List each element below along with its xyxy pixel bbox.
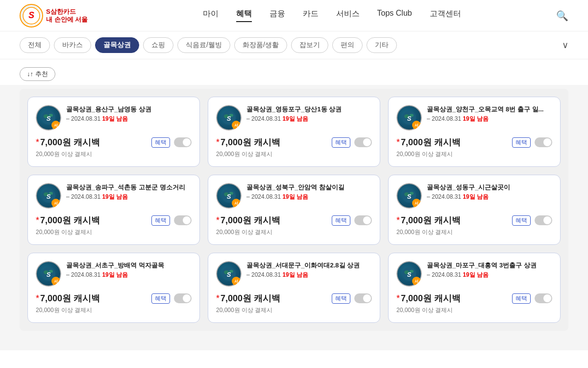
card-date-remaining: 19일 남음 <box>463 271 489 278</box>
card-title: 골목상권_서초구_방배역 먹자골목 <box>66 261 192 270</box>
cat-info[interactable]: 잡보기 <box>291 37 328 53</box>
card-title: 골목상권_성북구_안암역 참살이길 <box>246 183 372 192</box>
nav-finance[interactable]: 금융 <box>270 9 285 22</box>
cat-all[interactable]: 전체 <box>20 37 50 53</box>
benefit-card[interactable]: S 서 골목상권_성동구_시근살곳이 – 2024.08.31 19일 남음 *… <box>388 175 561 245</box>
cat-shopping[interactable]: 쇼핑 <box>143 37 173 53</box>
sort-button[interactable]: ↓↑ 추천 <box>20 67 55 81</box>
card-cashback-row: *7,000원 캐시백 혜택 <box>396 136 552 148</box>
card-title: 골목상권_양천구_오목교역 8번 출구 일... <box>427 105 552 114</box>
card-cashback: *7,000원 캐시백 <box>36 136 100 148</box>
benefit-label: 혜택 <box>332 293 350 304</box>
card-body: *7,000원 캐시백 혜택 20,000원 이상 결제시 <box>216 136 372 158</box>
card-body: *7,000원 캐시백 혜택 20,000원 이상 결제시 <box>216 292 372 315</box>
toggle-switch[interactable] <box>174 293 192 303</box>
card-logo-inner: S 서 <box>36 183 61 209</box>
nav-customer[interactable]: 고객센터 <box>430 9 461 22</box>
benefit-label: 혜택 <box>151 215 170 226</box>
grid-container: S 서 골목상권_용산구_남영동 상권 – 2024.08.31 19일 남음 … <box>0 85 588 350</box>
cat-beauty[interactable]: 화장품/생활 <box>234 37 287 53</box>
card-condition: 20,000원 이상 결제시 <box>216 150 372 158</box>
header: S S삼한카드 내 손안에 서울 마이 혜택 금융 카드 서비스 Tops Cl… <box>0 0 588 31</box>
benefit-card[interactable]: S 서 골목상권_양천구_오목교역 8번 출구 일... – 2024.08.3… <box>388 97 561 167</box>
cashback-dot: * <box>216 293 220 303</box>
toggle-switch[interactable] <box>354 215 372 225</box>
cat-food[interactable]: 식음료/웰빙 <box>177 37 230 53</box>
card-info: 골목상권_마포구_대흥역 3번출구 상권 – 2024.08.31 19일 남음 <box>427 261 552 279</box>
benefit-card[interactable]: S 서 골목상권_송파구_석촌동 고분군 명소거리 – 2024.08.31 1… <box>27 175 200 245</box>
cat-other[interactable]: 기타 <box>367 37 397 53</box>
card-logo-inner: S 서 <box>396 105 422 131</box>
card-cashback-row: *7,000원 캐시백 혜택 <box>36 136 192 148</box>
toggle-switch[interactable] <box>354 137 372 147</box>
card-badge-row: 혜택 <box>512 137 552 148</box>
card-badge-row: 혜택 <box>512 293 552 304</box>
card-header: S 서 골목상권_마포구_대흥역 3번출구 상권 – 2024.08.31 19… <box>396 261 552 287</box>
category-bar: 전체 바카스 골목상권 쇼핑 식음료/웰빙 화장품/생활 잡보기 편의 기타 ∨ <box>0 31 588 59</box>
svg-text:S: S <box>407 271 412 278</box>
category-expand-icon[interactable]: ∨ <box>562 40 568 51</box>
card-info: 골목상권_성북구_안암역 참살이길 – 2024.08.31 19일 남음 <box>246 183 372 201</box>
cashback-dot: * <box>396 137 400 147</box>
cashback-amount: 7,000원 캐시백 <box>401 293 461 303</box>
cashback-amount: 7,000원 캐시백 <box>220 215 280 225</box>
benefit-card[interactable]: S 서 골목상권_마포구_대흥역 3번출구 상권 – 2024.08.31 19… <box>388 253 561 323</box>
card-info: 골목상권_성동구_시근살곳이 – 2024.08.31 19일 남음 <box>427 183 552 201</box>
card-cashback-row: *7,000원 캐시백 혜택 <box>216 136 372 148</box>
svg-text:S: S <box>47 271 51 278</box>
nav-tops-club[interactable]: Tops Club <box>377 9 412 22</box>
benefit-card[interactable]: S 서 골목상권_성북구_안암역 참살이길 – 2024.08.31 19일 남… <box>208 175 380 245</box>
cat-golmok[interactable]: 골목상권 <box>95 37 139 53</box>
toggle-switch[interactable] <box>535 293 552 303</box>
logo-top-text: S삼한카드 <box>46 8 88 16</box>
card-logo-badge: 서 <box>412 199 421 208</box>
svg-text:S: S <box>227 271 231 278</box>
nav-hyetaek[interactable]: 혜택 <box>236 9 252 22</box>
cashback-amount: 7,000원 캐시백 <box>40 137 100 147</box>
benefit-card[interactable]: S 서 골목상권_서초구_방배역 먹자골목 – 2024.08.31 19일 남… <box>27 253 200 323</box>
toggle-switch[interactable] <box>535 215 552 225</box>
card-body: *7,000원 캐시백 혜택 20,000원 이상 결제시 <box>36 136 192 158</box>
card-logo-inner: S 서 <box>216 261 242 287</box>
toggle-switch[interactable] <box>174 215 192 225</box>
logo-bottom-text: 내 손안에 서울 <box>46 16 88 24</box>
toggle-switch[interactable] <box>354 293 372 303</box>
cat-bakars[interactable]: 바카스 <box>54 37 91 53</box>
cat-convenience[interactable]: 편의 <box>332 37 363 53</box>
toggle-switch[interactable] <box>174 137 192 147</box>
card-date: – 2024.08.31 19일 남음 <box>66 115 192 123</box>
card-logo: S 서 <box>216 105 242 131</box>
cashback-amount: 7,000원 캐시백 <box>40 293 100 303</box>
cashback-dot: * <box>36 215 39 225</box>
cashback-dot: * <box>396 293 400 303</box>
toggle-switch[interactable] <box>535 137 552 147</box>
card-cashback-row: *7,000원 캐시백 혜택 <box>216 292 372 304</box>
benefit-card[interactable]: S 서 골목상권_영등포구_당산1동 상권 – 2024.08.31 19일 남… <box>208 97 380 167</box>
search-icon[interactable]: 🔍 <box>556 10 568 22</box>
card-header: S 서 골목상권_성북구_안암역 참살이길 – 2024.08.31 19일 남… <box>216 183 372 209</box>
card-date: – 2024.08.31 19일 남음 <box>427 115 552 123</box>
card-logo-badge: 서 <box>51 121 60 130</box>
cashback-dot: * <box>36 293 39 303</box>
card-condition: 20,000원 이상 결제시 <box>36 228 192 237</box>
card-date-remaining: 19일 남음 <box>463 193 489 200</box>
nav-service[interactable]: 서비스 <box>336 9 360 22</box>
card-condition: 20,000원 이상 결제시 <box>396 306 552 315</box>
svg-text:S: S <box>227 115 231 122</box>
benefit-card[interactable]: S 서 골목상권_용산구_남영동 상권 – 2024.08.31 19일 남음 … <box>27 97 200 167</box>
nav-card[interactable]: 카드 <box>303 9 318 22</box>
card-date: – 2024.08.31 19일 남음 <box>246 271 372 279</box>
card-header: S 서 골목상권_성동구_시근살곳이 – 2024.08.31 19일 남음 <box>396 183 552 209</box>
card-date: – 2024.08.31 19일 남음 <box>427 271 552 279</box>
card-cashback: *7,000원 캐시백 <box>396 214 461 226</box>
benefit-label: 혜택 <box>512 215 531 226</box>
card-title: 골목상권_성동구_시근살곳이 <box>427 183 552 192</box>
card-grid: S 서 골목상권_용산구_남영동 상권 – 2024.08.31 19일 남음 … <box>27 97 561 323</box>
card-badge-row: 혜택 <box>512 215 552 226</box>
card-logo: S 서 <box>216 261 242 287</box>
card-logo: S 서 <box>36 261 61 287</box>
nav-mai[interactable]: 마이 <box>203 9 219 22</box>
svg-text:S: S <box>407 193 412 200</box>
logo[interactable]: S S삼한카드 내 손안에 서울 <box>20 4 88 27</box>
benefit-card[interactable]: S 서 골목상권_서대문구_이화여대2.8길 상권 – 2024.08.31 1… <box>208 253 380 323</box>
